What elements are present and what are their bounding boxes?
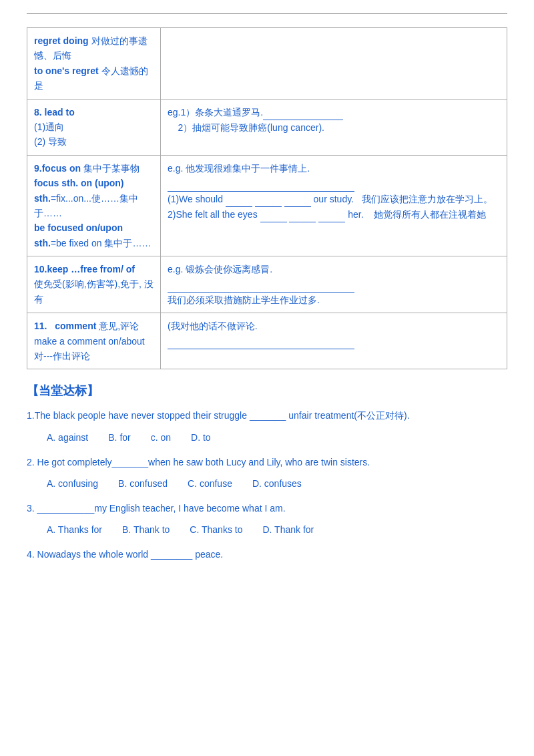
q2-option-c: C. confuse (188, 475, 232, 493)
lead-to-text: 8. lead to (1)通向 (2) 导致 (34, 107, 75, 148)
table-row: regret doing 对做过的事遗憾、后悔 to one's regret … (27, 28, 507, 100)
q1-options: A. against B. for c. on D. to (47, 429, 507, 447)
right-cell-regret (161, 28, 507, 100)
regret-text: regret doing 对做过的事遗憾、后悔 to one's regret … (34, 35, 148, 91)
q3-option-b: B. Thank to (122, 521, 170, 539)
q1-option-c: c. on (151, 429, 171, 447)
q2-option-b: B. confused (118, 475, 168, 493)
q2-option-d: D. confuses (252, 475, 302, 493)
left-cell-focus: 9.focus on 集中于某事物 focus sth. on (upon) s… (27, 155, 161, 256)
right-cell-focus: e.g. 他发现很难集中于一件事情上. (1)We should our stu… (161, 155, 507, 256)
left-cell-lead-to: 8. lead to (1)通向 (2) 导致 (27, 99, 161, 155)
q3-option-d: D. Thank for (262, 521, 314, 539)
q3-text: 3. ___________my English teacher, I have… (27, 500, 507, 518)
q2-text: 2. He got completely_______when he saw b… (27, 453, 507, 471)
exercise-q1: 1.The black people have never stopped th… (27, 407, 507, 446)
left-cell-comment: 11. comment 意见,评论 make a comment on/abou… (27, 313, 161, 369)
lead-to-example: eg.1）条条大道通罗马. 2）抽烟可能导致肺癌(lung cancer). (168, 107, 343, 133)
exercise-q4: 4. Nowadays the whole world ________ pea… (27, 546, 507, 564)
table-row: 9.focus on 集中于某事物 focus sth. on (upon) s… (27, 155, 507, 256)
exercise-q3: 3. ___________my English teacher, I have… (27, 500, 507, 539)
keep-free-example: e.g. 锻炼会使你远离感冒. 我们必须采取措施防止学生作业过多. (168, 264, 354, 305)
right-cell-keep-free: e.g. 锻炼会使你远离感冒. 我们必须采取措施防止学生作业过多. (161, 256, 507, 313)
q3-option-a: A. Thanks for (47, 521, 102, 539)
q2-options: A. confusing B. confused C. confuse D. c… (47, 475, 507, 493)
vocabulary-table: regret doing 对做过的事遗憾、后悔 to one's regret … (27, 27, 507, 369)
table-row: 8. lead to (1)通向 (2) 导致 eg.1）条条大道通罗马. 2）… (27, 99, 507, 155)
focus-example: e.g. 他发现很难集中于一件事情上. (1)We should our stu… (168, 163, 493, 220)
q2-option-a: A. confusing (47, 475, 98, 493)
q1-option-b: B. for (108, 429, 130, 447)
comment-text: 11. comment 意见,评论 make a comment on/abou… (34, 321, 145, 361)
right-cell-lead-to: eg.1）条条大道通罗马. 2）抽烟可能导致肺癌(lung cancer). (161, 99, 507, 155)
exercise-q2: 2. He got completely_______when he saw b… (27, 453, 507, 493)
q1-text: 1.The black people have never stopped th… (27, 407, 507, 425)
table-row: 10.keep …free from/ of 使免受(影响,伤害等),免于, 没… (27, 256, 507, 313)
focus-text: 9.focus on 集中于某事物 focus sth. on (upon) s… (34, 163, 151, 248)
section-title: 【当堂达标】 (27, 383, 507, 399)
q4-text: 4. Nowadays the whole world ________ pea… (27, 546, 507, 564)
q1-option-d: D. to (191, 429, 211, 447)
left-cell-regret: regret doing 对做过的事遗憾、后悔 to one's regret … (27, 28, 161, 100)
top-divider (27, 13, 507, 14)
q1-option-a: A. against (47, 429, 88, 447)
q3-options: A. Thanks for B. Thank to C. Thanks to D… (47, 521, 507, 539)
comment-example: (我对他的话不做评论. (168, 321, 354, 346)
table-row: 11. comment 意见,评论 make a comment on/abou… (27, 313, 507, 369)
keep-free-text: 10.keep …free from/ of 使免受(影响,伤害等),免于, 没… (34, 264, 154, 305)
left-cell-keep-free: 10.keep …free from/ of 使免受(影响,伤害等),免于, 没… (27, 256, 161, 313)
right-cell-comment: (我对他的话不做评论. (161, 313, 507, 369)
q3-option-c: C. Thanks to (190, 521, 242, 539)
